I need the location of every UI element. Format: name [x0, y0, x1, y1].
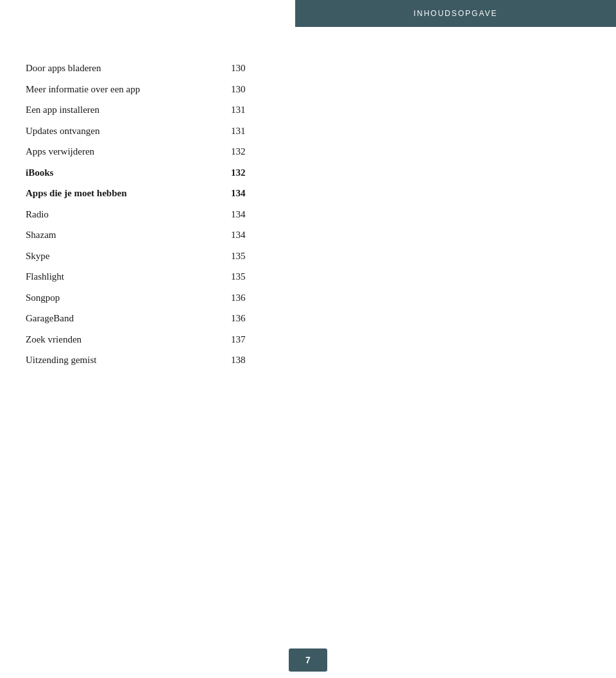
- toc-label: Skype: [26, 246, 231, 267]
- toc-row: Uitzending gemist138: [26, 350, 295, 371]
- toc-row: Zoek vrienden137: [26, 329, 295, 350]
- toc-row: Door apps bladeren130: [26, 58, 295, 79]
- toc-page: 137: [231, 329, 295, 350]
- toc-page: 131: [231, 99, 295, 121]
- toc-row: iBooks132: [26, 162, 295, 183]
- page-number: 7: [305, 655, 311, 665]
- toc-row: Een app installeren131: [26, 99, 295, 121]
- toc-label: Apps verwijderen: [26, 141, 231, 162]
- toc-page: 134: [231, 225, 295, 246]
- header-bar: INHOUDSOPGAVE: [295, 0, 616, 27]
- toc-label: Meer informatie over een app: [26, 79, 231, 100]
- toc-label: Een app installeren: [26, 99, 231, 121]
- toc-page: 130: [231, 79, 295, 100]
- toc-row: Songpop136: [26, 287, 295, 309]
- toc-label: Shazam: [26, 225, 231, 246]
- toc-row: Apps verwijderen132: [26, 141, 295, 162]
- toc-page: 138: [231, 350, 295, 371]
- toc-label: Uitzending gemist: [26, 350, 231, 371]
- toc-page: 132: [231, 141, 295, 162]
- toc-row: Flashlight135: [26, 266, 295, 287]
- page-number-footer: 7: [289, 648, 327, 672]
- toc-page: 132: [231, 162, 295, 183]
- toc-label: Radio: [26, 204, 231, 225]
- toc-page: 134: [231, 183, 295, 204]
- toc-label: Songpop: [26, 287, 231, 309]
- toc-row: GarageBand136: [26, 308, 295, 329]
- toc-row: Meer informatie over een app130: [26, 79, 295, 100]
- toc-page: 135: [231, 246, 295, 267]
- header-title: INHOUDSOPGAVE: [413, 9, 497, 18]
- toc-page: 135: [231, 266, 295, 287]
- toc-label: Updates ontvangen: [26, 121, 231, 142]
- toc-row: Apps die je moet hebben134: [26, 183, 295, 204]
- toc-label: Door apps bladeren: [26, 58, 231, 79]
- toc-label: Apps die je moet hebben: [26, 183, 231, 204]
- toc-table: Door apps bladeren130Meer informatie ove…: [26, 58, 295, 371]
- toc-row: Shazam134: [26, 225, 295, 246]
- toc-label: Zoek vrienden: [26, 329, 231, 350]
- toc-page: 136: [231, 287, 295, 309]
- toc-label: GarageBand: [26, 308, 231, 329]
- toc-page: 130: [231, 58, 295, 79]
- toc-page: 136: [231, 308, 295, 329]
- toc-row: Updates ontvangen131: [26, 121, 295, 142]
- toc-page: 131: [231, 121, 295, 142]
- toc-page: 134: [231, 204, 295, 225]
- main-content: Door apps bladeren130Meer informatie ove…: [0, 58, 616, 371]
- toc-row: Radio134: [26, 204, 295, 225]
- toc-label: iBooks: [26, 162, 231, 183]
- toc-row: Skype135: [26, 246, 295, 267]
- toc-label: Flashlight: [26, 266, 231, 287]
